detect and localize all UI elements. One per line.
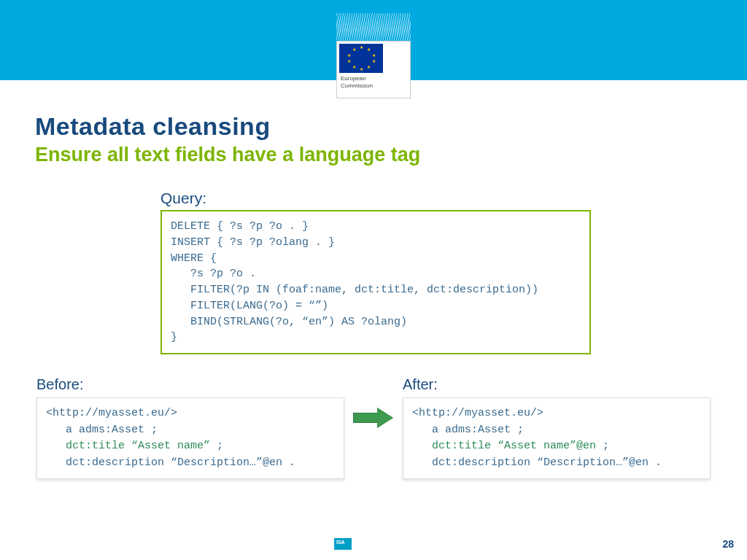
slide-content: Metadata cleansing Ensure all text field… [0, 80, 747, 479]
query-code-box: DELETE { ?s ?p ?o . } INSERT { ?s ?p ?ol… [160, 210, 591, 354]
arrow-wrap [344, 376, 403, 427]
before-column: Before: <http://myasset.eu/> a adms:Asse… [36, 376, 344, 479]
before-after-row: Before: <http://myasset.eu/> a adms:Asse… [35, 376, 712, 479]
isa-badge: ISA [334, 538, 352, 550]
query-label: Query: [160, 190, 591, 207]
ec-building-graphic [336, 13, 411, 41]
ec-logo: ★ ★ ★ ★ ★ ★ ★ ★ ★ ★ European Commission [336, 13, 411, 98]
ec-caption-line1: European [341, 75, 366, 82]
after-label: After: [403, 376, 711, 393]
slide-footer: ISA 28 [0, 532, 747, 550]
ec-logo-caption: European Commission [339, 73, 374, 90]
top-banner: ★ ★ ★ ★ ★ ★ ★ ★ ★ ★ European Commission [0, 0, 747, 80]
slide-title: Metadata cleansing [35, 112, 712, 141]
after-column: After: <http://myasset.eu/> a adms:Asset… [403, 376, 711, 479]
slide-subtitle: Ensure all text fields have a language t… [35, 144, 712, 166]
page-number: 28 [722, 538, 734, 550]
query-section: Query: DELETE { ?s ?p ?o . } INSERT { ?s… [160, 190, 591, 354]
ec-logo-box: ★ ★ ★ ★ ★ ★ ★ ★ ★ ★ European Commission [336, 41, 411, 98]
eu-flag-icon: ★ ★ ★ ★ ★ ★ ★ ★ ★ ★ [339, 44, 383, 73]
before-code-box: <http://myasset.eu/> a adms:Asset ; dct:… [36, 397, 344, 479]
after-code-box: <http://myasset.eu/> a adms:Asset ; dct:… [403, 397, 711, 479]
before-label: Before: [36, 376, 344, 393]
arrow-right-icon [353, 408, 394, 427]
ec-caption-line2: Commission [341, 82, 373, 89]
